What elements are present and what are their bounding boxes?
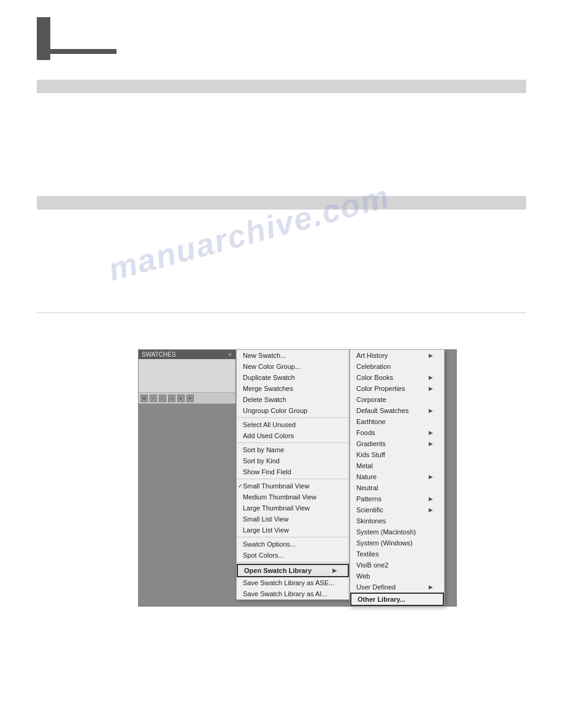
- open-swatch-library-arrow: ▶: [332, 567, 337, 574]
- submenu-metal[interactable]: Metal: [350, 460, 444, 471]
- header-bar-2: [37, 196, 526, 210]
- menu-small-thumbnail-view[interactable]: Small Thumbnail View: [237, 480, 349, 491]
- menu-save-swatch-ai[interactable]: Save Swatch Library as AI...: [237, 588, 349, 599]
- menu-merge-swatches[interactable]: Merge Swatches: [237, 383, 349, 394]
- submenu-color-books[interactable]: Color Books ▶: [350, 372, 444, 383]
- horizontal-rule: [37, 313, 526, 313]
- new-layer-icon[interactable]: ⊞: [140, 395, 148, 402]
- submenu-scientific-arrow: ▶: [429, 507, 433, 513]
- menu-delete-swatch[interactable]: Delete Swatch: [237, 394, 349, 405]
- menu-new-swatch[interactable]: New Swatch...: [237, 350, 349, 361]
- menu-large-list-view[interactable]: Large List View: [237, 525, 349, 536]
- screenshot-container: SWATCHES ✕ ⊞ ↔ □ ▭ ▸ ▾ New Swatch... New…: [138, 349, 457, 607]
- submenu-open-swatch-library: Art History ▶ Celebration Color Books ▶ …: [350, 349, 445, 607]
- submenu-web[interactable]: Web: [350, 571, 444, 582]
- menu-swatch-options[interactable]: Swatch Options...: [237, 539, 349, 550]
- watermark: manuarchive.com: [104, 178, 394, 288]
- submenu-nature[interactable]: Nature ▶: [350, 471, 444, 482]
- submenu-art-history-arrow: ▶: [429, 352, 433, 358]
- menu-open-swatch-library[interactable]: Open Swatch Library ▶: [237, 564, 349, 577]
- menu-show-find-field[interactable]: Show Find Field: [237, 466, 349, 477]
- submenu-color-books-arrow: ▶: [429, 374, 433, 381]
- submenu-corporate[interactable]: Corporate: [350, 394, 444, 405]
- submenu-default-swatches-arrow: ▶: [429, 408, 433, 414]
- menu-sep-3: [237, 479, 349, 479]
- submenu-gradients[interactable]: Gradients ▶: [350, 438, 444, 449]
- submenu-system-mac[interactable]: System (Macintosh): [350, 526, 444, 537]
- submenu-scientific[interactable]: Scientific ▶: [350, 504, 444, 515]
- swatches-close-btn[interactable]: ✕: [228, 352, 232, 358]
- submenu-earthtone[interactable]: Earthtone: [350, 416, 444, 427]
- header-bar-1: [37, 80, 526, 93]
- swatches-content: [139, 359, 236, 393]
- page-decoration: [37, 17, 117, 60]
- menu-save-swatch-ase[interactable]: Save Swatch Library as ASE...: [237, 577, 349, 588]
- options-icon-1[interactable]: ▸: [177, 395, 185, 402]
- menu-new-color-group[interactable]: New Color Group...: [237, 361, 349, 372]
- submenu-patterns[interactable]: Patterns ▶: [350, 493, 444, 504]
- submenu-foods[interactable]: Foods ▶: [350, 427, 444, 438]
- swatches-title-bar: SWATCHES ✕: [139, 350, 236, 359]
- submenu-art-history[interactable]: Art History ▶: [350, 350, 444, 361]
- menu-sort-by-kind[interactable]: Sort by Kind: [237, 455, 349, 466]
- submenu-celebration[interactable]: Celebration: [350, 361, 444, 372]
- menu-sep-2: [237, 442, 349, 443]
- swatches-toolbar: ⊞ ↔ □ ▭ ▸ ▾: [139, 393, 236, 404]
- menu-spot-colors[interactable]: Spot Colors...: [237, 550, 349, 561]
- submenu-default-swatches[interactable]: Default Swatches ▶: [350, 405, 444, 416]
- options-icon-2[interactable]: ▾: [186, 395, 194, 402]
- submenu-color-properties-arrow: ▶: [429, 385, 433, 392]
- submenu-system-win[interactable]: System (Windows): [350, 537, 444, 548]
- submenu-kids-stuff[interactable]: Kids Stuff: [350, 449, 444, 460]
- menu-duplicate-swatch[interactable]: Duplicate Swatch: [237, 372, 349, 383]
- menu-sep-4: [237, 537, 349, 537]
- rect-small-icon[interactable]: ▭: [168, 395, 175, 402]
- menu-small-list-view[interactable]: Small List View: [237, 514, 349, 525]
- menu-select-all-unused[interactable]: Select All Unused: [237, 419, 349, 430]
- menu-ungroup-color-group[interactable]: Ungroup Color Group: [237, 405, 349, 416]
- menu-add-used-colors[interactable]: Add Used Colors: [237, 430, 349, 441]
- menu-medium-thumbnail-view[interactable]: Medium Thumbnail View: [237, 491, 349, 502]
- submenu-visibone2[interactable]: VisiB one2: [350, 559, 444, 571]
- rect-icon[interactable]: □: [159, 395, 166, 402]
- submenu-textiles[interactable]: Textiles: [350, 548, 444, 559]
- submenu-nature-arrow: ▶: [429, 474, 433, 480]
- menu-sort-by-name[interactable]: Sort by Name: [237, 444, 349, 455]
- move-icon[interactable]: ↔: [150, 395, 157, 402]
- swatches-panel-title: SWATCHES: [142, 351, 176, 358]
- submenu-patterns-arrow: ▶: [429, 496, 433, 502]
- submenu-user-defined[interactable]: User Defined ▶: [350, 582, 444, 593]
- submenu-other-library[interactable]: Other Library...: [350, 593, 444, 606]
- menu-sep-5: [237, 562, 349, 563]
- submenu-color-properties[interactable]: Color Properties ▶: [350, 383, 444, 394]
- menu-large-thumbnail-view[interactable]: Large Thumbnail View: [237, 502, 349, 514]
- submenu-foods-arrow: ▶: [429, 430, 433, 436]
- menu-sep-1: [237, 417, 349, 418]
- context-menu: New Swatch... New Color Group... Duplica…: [236, 349, 350, 600]
- submenu-neutral[interactable]: Neutral: [350, 482, 444, 493]
- submenu-gradients-arrow: ▶: [429, 441, 433, 447]
- swatches-panel: SWATCHES ✕ ⊞ ↔ □ ▭ ▸ ▾: [138, 349, 236, 404]
- submenu-skintones[interactable]: Skintones: [350, 515, 444, 526]
- submenu-user-defined-arrow: ▶: [429, 584, 433, 590]
